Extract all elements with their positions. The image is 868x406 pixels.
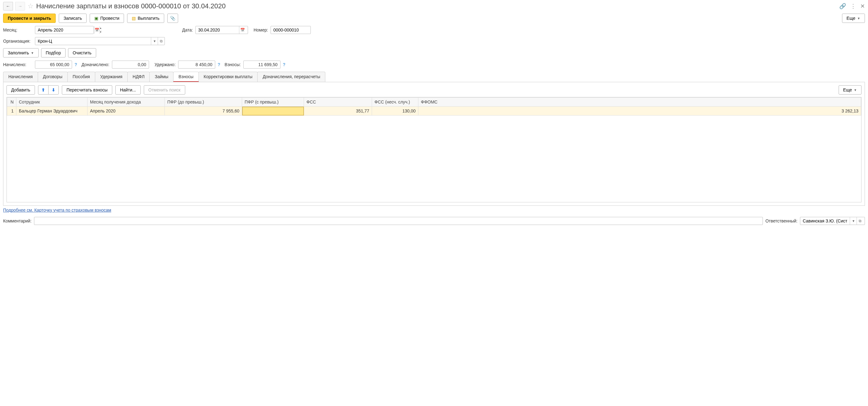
responsible-input[interactable] [800,217,850,225]
pay-button[interactable]: ▧Выплатить [127,13,164,23]
col-employee-header[interactable]: Сотрудник [17,98,88,107]
month-up-spinner[interactable]: ▲ [100,26,102,30]
inner-more-label: Еще [843,88,852,92]
post-and-close-button[interactable]: Провести и закрыть [3,13,56,23]
find-button[interactable]: Найти... [115,85,141,95]
month-down-spinner[interactable]: ▼ [100,30,102,34]
cell-income-month[interactable]: Апрель 2020 [88,107,165,115]
withheld-help-icon[interactable]: ? [218,62,220,67]
responsible-open-icon[interactable]: ⧉ [857,217,863,225]
col-pfr-above-header[interactable]: ПФР (с превыш.) [242,98,304,107]
table-row[interactable]: 1 Бальцер Герман Эдуардович Апрель 2020 … [7,107,861,115]
col-fss-accident-header[interactable]: ФСС (несч. случ.) [372,98,418,107]
comment-label: Комментарий: [3,218,32,224]
accrued-label: Начислено: [3,62,32,67]
cancel-search-button: Отменить поиск [144,85,185,95]
contrib-label: Взносы: [224,62,241,67]
cell-pfr-below[interactable]: 7 955,60 [165,107,242,115]
tab-content: Добавить ⬆ ⬇ Пересчитать взносы Найти...… [3,82,865,206]
col-pfr-below-header[interactable]: ПФР (до превыш.) [165,98,242,107]
cell-ffoms[interactable]: 3 262,13 [418,107,861,115]
attach-button[interactable]: 📎 [167,13,178,23]
pay-icon: ▧ [132,16,136,21]
recalc-button[interactable]: Пересчитать взносы [62,85,112,95]
cell-fss[interactable]: 351,77 [304,107,372,115]
close-icon[interactable]: ✕ [860,3,865,9]
arrow-down-icon: ⬇ [52,88,55,92]
col-n-header[interactable]: N [7,98,17,107]
comment-input[interactable] [34,217,763,225]
accrued-value: 65 000,00 [35,61,72,69]
calendar-icon-2[interactable]: 📅 [239,26,246,34]
fill-button[interactable]: Заполнить▼ [3,48,39,58]
tab-pay-corrections[interactable]: Корректировки выплаты [198,72,258,82]
link-icon[interactable]: 🔗 [839,3,846,9]
inner-more-button[interactable]: Еще▼ [839,85,862,95]
tab-loans[interactable]: Займы [149,72,174,82]
kebab-icon[interactable]: ⋮ [850,3,856,9]
more-button-label: Еще [847,16,856,21]
nav-forward-button[interactable]: → [15,2,25,10]
cell-pfr-above[interactable] [242,107,304,115]
chevron-down-icon-3: ▼ [854,88,857,92]
contrib-help-icon[interactable]: ? [283,62,286,67]
col-fss-header[interactable]: ФСС [304,98,372,107]
number-input[interactable] [271,26,310,34]
post-button[interactable]: ▣Провести [90,13,124,23]
chevron-down-icon-2: ▼ [31,51,34,55]
save-button[interactable]: Записать [59,13,87,23]
tab-benefits[interactable]: Пособия [67,72,95,82]
withheld-label: Удержано: [155,62,176,67]
move-up-button[interactable]: ⬆ [38,85,49,95]
nav-back-button[interactable]: ← [3,2,13,10]
cell-employee[interactable]: Бальцер Герман Эдуардович [17,107,88,115]
accrued-help-icon[interactable]: ? [74,62,77,67]
tab-recalc[interactable]: Доначисления, перерасчеты [257,72,325,82]
post-button-label: Провести [100,16,119,21]
responsible-dropdown-icon[interactable]: ▾ [850,217,857,225]
tabs: Начисления Договоры Пособия Удержания НД… [3,72,865,82]
cell-fss-accident[interactable]: 130,00 [372,107,418,115]
col-income-month-header[interactable]: Месяц получения дохода [88,98,165,107]
calendar-icon[interactable]: 📅 [94,26,99,34]
clear-button[interactable]: Очистить [68,48,96,58]
org-open-icon[interactable]: ⧉ [158,37,164,45]
org-label: Организация: [3,39,32,43]
favorite-star-icon[interactable]: ☆ [28,2,34,10]
col-ffoms-header[interactable]: ФФОМС [418,98,861,107]
tab-ndfl[interactable]: НДФЛ [127,72,150,82]
contrib-value: 11 699,50 [243,61,280,69]
fill-button-label: Заполнить [8,50,29,55]
number-label: Номер: [254,28,268,32]
paperclip-icon: 📎 [170,16,175,21]
page-title: Начисление зарплаты и взносов 0000-00001… [36,2,837,10]
month-label: Месяц: [3,28,32,32]
date-input[interactable] [196,26,239,34]
cell-n[interactable]: 1 [7,107,17,115]
tab-deductions[interactable]: Удержания [95,72,128,82]
more-button[interactable]: Еще▼ [842,13,865,23]
chevron-down-icon: ▼ [857,17,860,20]
arrow-up-icon: ⬆ [41,88,45,92]
contributions-table[interactable]: N Сотрудник Месяц получения дохода ПФР (… [7,97,861,115]
addl-value: 0,00 [112,61,149,69]
tab-accruals[interactable]: Начисления [3,72,38,82]
pay-button-label: Выплатить [137,16,160,21]
month-input[interactable] [35,26,94,34]
tab-contracts[interactable]: Договоры [38,72,68,82]
arrow-left-icon: ← [6,4,10,9]
withheld-value: 8 450,00 [178,61,215,69]
org-dropdown-icon[interactable]: ▾ [151,37,158,45]
pick-button[interactable]: Подбор [41,48,66,58]
details-link[interactable]: Подробнее см. Карточку учета по страховы… [3,208,111,212]
date-label: Дата: [182,28,193,32]
responsible-label: Ответственный: [765,218,798,224]
tab-contributions[interactable]: Взносы [173,72,198,82]
org-input[interactable] [35,37,151,45]
addl-label: Доначислено: [82,62,110,67]
arrow-right-icon: → [18,4,22,9]
post-icon: ▣ [94,16,98,21]
move-down-button[interactable]: ⬇ [48,85,59,95]
add-button[interactable]: Добавить [6,85,35,95]
